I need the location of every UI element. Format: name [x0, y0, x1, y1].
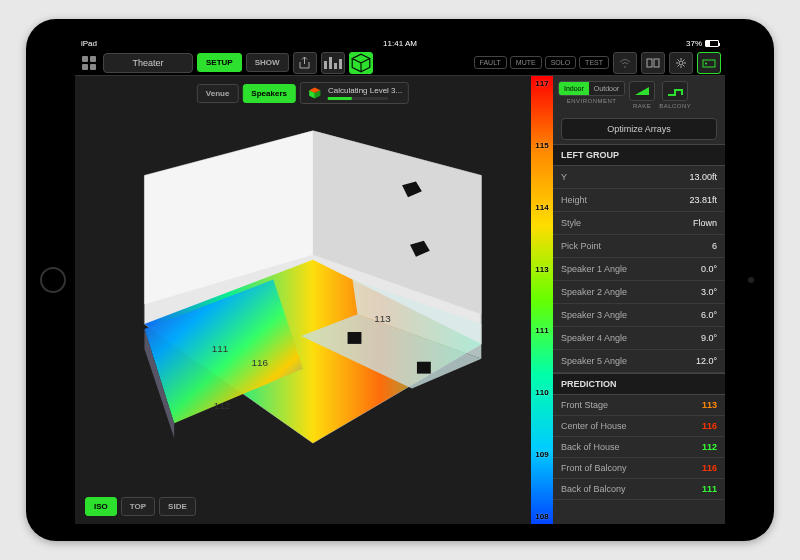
setup-button[interactable]: SETUP — [197, 53, 242, 72]
ipad-frame: iPad 11:41 AM 37% Theater SETUP SHOW — [26, 19, 774, 541]
calc-status-text: Calculating Level 3... — [328, 86, 402, 95]
calculation-status: Calculating Level 3... — [300, 82, 409, 104]
calc-progress — [328, 97, 388, 100]
svg-text:116: 116 — [251, 357, 268, 368]
speakers-button[interactable]: Speakers — [242, 84, 296, 103]
prop-row[interactable]: Y13.00ft — [553, 166, 725, 189]
faders-icon[interactable] — [321, 52, 345, 74]
apps-grid-icon[interactable] — [79, 53, 99, 73]
iso-tab[interactable]: ISO — [85, 497, 117, 516]
app-screen: iPad 11:41 AM 37% Theater SETUP SHOW — [75, 36, 725, 524]
link-icon[interactable] — [641, 52, 665, 74]
device-label: iPad — [81, 39, 97, 48]
svg-rect-3 — [703, 60, 715, 67]
balcony-icon[interactable] — [662, 81, 688, 101]
prediction-row[interactable]: Center of House116 — [553, 416, 725, 437]
mute-button[interactable]: MUTE — [510, 56, 542, 69]
ios-status-bar: iPad 11:41 AM 37% — [75, 36, 725, 50]
prop-row[interactable]: Speaker 2 Angle3.0° — [553, 281, 725, 304]
3d-viewport[interactable]: Venue Speakers Calculating Level 3... — [75, 76, 531, 524]
prediction-header: PREDICTION — [553, 373, 725, 395]
side-tab[interactable]: SIDE — [159, 497, 196, 516]
project-dropdown[interactable]: Theater — [103, 53, 193, 73]
rake-icon[interactable] — [629, 81, 655, 101]
prediction-row[interactable]: Front of Balcony116 — [553, 458, 725, 479]
indoor-button[interactable]: Indoor — [559, 82, 589, 95]
svg-text:112: 112 — [214, 400, 231, 411]
camera-dot — [748, 277, 754, 283]
solo-button[interactable]: SOLO — [545, 56, 576, 69]
prop-row[interactable]: StyleFlown — [553, 212, 725, 235]
svg-rect-0 — [647, 59, 652, 67]
test-button[interactable]: TEST — [579, 56, 609, 69]
device-icon[interactable] — [697, 52, 721, 74]
svg-text:111: 111 — [212, 343, 229, 354]
prop-row[interactable]: Speaker 1 Angle0.0° — [553, 258, 725, 281]
group-header: LEFT GROUP — [553, 144, 725, 166]
wifi-icon[interactable] — [613, 52, 637, 74]
status-time: 11:41 AM — [383, 39, 417, 48]
optimize-button[interactable]: Optimize Arrays — [561, 118, 717, 140]
svg-point-4 — [705, 62, 707, 64]
prop-row[interactable]: Speaker 5 Angle12.0° — [553, 350, 725, 373]
venue-button[interactable]: Venue — [197, 84, 239, 103]
gear-icon[interactable] — [669, 52, 693, 74]
battery-icon — [705, 40, 719, 47]
svg-rect-5 — [348, 332, 362, 344]
spl-color-scale: 117 115 114 113 111 110 109 108 — [531, 76, 553, 524]
share-icon[interactable] — [293, 52, 317, 74]
svg-point-2 — [679, 61, 683, 65]
prop-row[interactable]: Speaker 3 Angle6.0° — [553, 304, 725, 327]
fault-button[interactable]: FAULT — [474, 56, 507, 69]
prop-row[interactable]: Speaker 4 Angle9.0° — [553, 327, 725, 350]
properties-panel: Indoor Outdoor ENVIRONMENT RAKE — [553, 76, 725, 524]
home-button[interactable] — [40, 267, 66, 293]
view-tabs: ISO TOP SIDE — [85, 497, 196, 516]
outdoor-button[interactable]: Outdoor — [589, 82, 624, 95]
svg-text:113: 113 — [374, 313, 391, 324]
show-button[interactable]: SHOW — [246, 53, 289, 72]
prediction-row[interactable]: Front Stage113 — [553, 395, 725, 416]
top-tab[interactable]: TOP — [121, 497, 155, 516]
prop-row[interactable]: Pick Point6 — [553, 235, 725, 258]
svg-rect-6 — [417, 362, 431, 374]
battery-pct: 37% — [686, 39, 702, 48]
prop-row[interactable]: Height23.81ft — [553, 189, 725, 212]
3d-view-icon[interactable] — [349, 52, 373, 74]
floor-speaker-2 — [417, 362, 431, 374]
environment-segment[interactable]: Indoor Outdoor — [558, 81, 625, 96]
props-list: Y13.00ftHeight23.81ftStyleFlownPick Poin… — [553, 166, 725, 373]
room-3d-render: 113 111 116 112 — [85, 116, 521, 493]
prediction-list: Front Stage113Center of House116Back of … — [553, 395, 725, 500]
prediction-row[interactable]: Back of Balcony111 — [553, 479, 725, 500]
prediction-row[interactable]: Back of House112 — [553, 437, 725, 458]
main-toolbar: Theater SETUP SHOW FAULT MUTE SOLO TEST — [75, 50, 725, 76]
svg-rect-1 — [654, 59, 659, 67]
secondary-toolbar: Venue Speakers Calculating Level 3... — [197, 82, 409, 104]
floor-speaker-1 — [348, 332, 362, 344]
